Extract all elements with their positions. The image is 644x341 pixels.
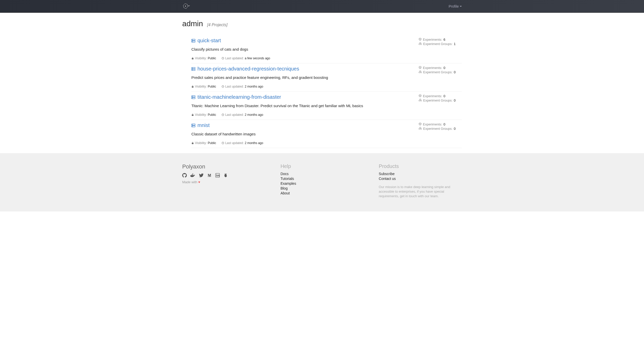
cube-icon xyxy=(419,94,422,98)
project-link[interactable]: house-prices-advanced-regression-tecniqu… xyxy=(197,66,299,72)
server-icon xyxy=(191,123,195,127)
updated-value: 2 months ago xyxy=(245,85,263,88)
groups-count: 0 xyxy=(454,70,456,74)
svg-point-1 xyxy=(185,6,186,6)
svg-rect-8 xyxy=(192,58,194,59)
svg-point-24 xyxy=(192,124,192,124)
updated-label: Last updated: xyxy=(225,56,244,60)
profile-dropdown[interactable]: Profile xyxy=(449,4,462,8)
social-icons xyxy=(182,173,265,178)
experiments-label: Experiments: xyxy=(423,66,442,70)
svg-rect-14 xyxy=(192,86,194,88)
experiments-count: 0 xyxy=(443,94,445,98)
experiments-label: Experiments: xyxy=(423,38,442,41)
groups-count: 1 xyxy=(454,42,456,46)
page-title: admin [4 Projects] xyxy=(182,19,462,28)
footer-help-link[interactable]: Docs xyxy=(281,172,364,176)
svg-point-13 xyxy=(192,69,192,70)
svg-rect-32 xyxy=(192,174,193,175)
svg-point-6 xyxy=(192,39,192,40)
made-with: Made with ♥ xyxy=(182,180,265,184)
footer-help-link[interactable]: Examples xyxy=(281,181,364,186)
footer-help-link[interactable]: Tutorials xyxy=(281,177,364,181)
lock-icon xyxy=(191,142,194,144)
angellist-icon[interactable] xyxy=(223,173,227,178)
footer-products-heading: Products xyxy=(379,163,462,169)
project-row: mnist Classic dataset of handwritten ima… xyxy=(191,120,462,148)
svg-point-36 xyxy=(216,174,217,175)
svg-rect-33 xyxy=(192,174,193,174)
caret-down-icon xyxy=(460,6,462,7)
visibility-value: Public xyxy=(208,85,216,88)
project-row: titanic-machinelearning-from-disaster Ti… xyxy=(191,92,462,120)
groups-label: Experiment Groups: xyxy=(423,98,453,102)
groups-label: Experiment Groups: xyxy=(423,127,453,131)
project-link[interactable]: quick-start xyxy=(197,38,221,44)
project-row: quick-start Classify pictures of cats an… xyxy=(191,35,462,63)
updated-value: 2 months ago xyxy=(245,141,263,145)
groups-label: Experiment Groups: xyxy=(423,70,453,74)
cube-icon xyxy=(419,122,422,126)
linkedin-icon[interactable] xyxy=(215,173,220,178)
footer: Polyaxon Made with ♥ Help DocsTutorialsE… xyxy=(0,153,644,211)
visibility-label: Visibility: xyxy=(195,141,207,145)
cubes-icon xyxy=(419,127,422,131)
groups-count: 0 xyxy=(454,98,456,102)
github-icon[interactable] xyxy=(182,173,187,178)
groups-count: 0 xyxy=(454,127,456,131)
footer-product-link[interactable]: Subscribe xyxy=(379,172,462,176)
cubes-icon xyxy=(419,70,422,74)
medium-icon[interactable] xyxy=(207,173,212,178)
clock-icon xyxy=(222,142,224,144)
svg-point-19 xyxy=(192,98,192,98)
footer-help-heading: Help xyxy=(281,163,364,169)
cubes-icon xyxy=(419,42,422,46)
cubes-icon xyxy=(419,98,422,102)
twitter-icon[interactable] xyxy=(199,173,204,178)
visibility-label: Visibility: xyxy=(195,56,207,60)
project-list: quick-start Classify pictures of cats an… xyxy=(191,35,462,148)
lock-icon xyxy=(191,57,194,60)
docker-icon[interactable] xyxy=(190,173,195,178)
project-description: Classify pictures of cats and dogs xyxy=(191,47,408,51)
visibility-value: Public xyxy=(208,141,216,145)
project-description: Predict sales prices and practice featur… xyxy=(191,75,408,80)
main-container: admin [4 Projects] quick-start Classify … xyxy=(182,13,462,148)
lock-icon xyxy=(191,85,194,88)
cube-icon xyxy=(419,38,422,41)
svg-point-12 xyxy=(192,68,192,68)
server-icon xyxy=(191,67,195,71)
server-icon xyxy=(191,95,195,99)
svg-point-25 xyxy=(192,126,192,126)
experiments-label: Experiments: xyxy=(423,94,442,98)
updated-value: a few seconds ago xyxy=(245,56,270,60)
footer-help-link[interactable]: About xyxy=(281,191,364,195)
brand-logo[interactable] xyxy=(182,3,191,10)
visibility-label: Visibility: xyxy=(195,85,207,88)
username: admin xyxy=(182,19,203,28)
svg-rect-35 xyxy=(216,175,217,176)
svg-rect-26 xyxy=(192,143,194,144)
svg-rect-20 xyxy=(192,115,194,116)
project-link[interactable]: mnist xyxy=(197,122,210,128)
experiments-label: Experiments: xyxy=(423,122,442,126)
updated-label: Last updated: xyxy=(225,141,244,145)
clock-icon xyxy=(222,57,224,60)
visibility-value: Public xyxy=(208,56,216,60)
experiments-count: 0 xyxy=(443,66,445,70)
svg-rect-31 xyxy=(192,174,192,175)
footer-mission: Our mission is to make deep learning sim… xyxy=(379,185,462,199)
project-row: house-prices-advanced-regression-tecniqu… xyxy=(191,63,462,92)
server-icon xyxy=(191,39,195,43)
heart-icon: ♥ xyxy=(198,180,200,184)
footer-product-link[interactable]: Contact us xyxy=(379,177,462,181)
project-description: Titanic: Machine Learning from Disaster.… xyxy=(191,104,408,108)
project-link[interactable]: titanic-machinelearning-from-disaster xyxy=(197,94,281,100)
profile-label: Profile xyxy=(449,4,459,8)
navbar: Profile xyxy=(0,0,644,13)
footer-help-link[interactable]: Blog xyxy=(281,186,364,190)
visibility-label: Visibility: xyxy=(195,113,207,117)
project-description: Classic dataset of handwritten images xyxy=(191,132,408,136)
experiments-count: 6 xyxy=(443,38,445,41)
clock-icon xyxy=(222,113,224,116)
